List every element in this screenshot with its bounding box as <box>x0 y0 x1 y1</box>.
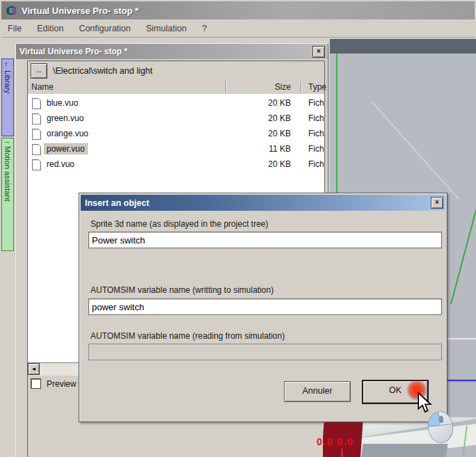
window-title: Virtual Universe Pro- stop * <box>22 6 138 16</box>
file-size: 20 KB <box>230 113 291 123</box>
write-variable-field[interactable] <box>88 298 442 315</box>
library-panel-title: Virtual Universe Pro- stop * <box>19 47 127 56</box>
file-type: Fichi <box>308 98 324 108</box>
write-variable-label: AUTOMSIM variable name (writting to simu… <box>90 285 273 295</box>
column-header-type[interactable]: Type <box>308 82 326 92</box>
file-name: red.vuo <box>45 159 77 169</box>
path-bar: .. \Electrical\switch and light <box>28 61 324 81</box>
dialog-titlebar[interactable]: Insert an object <box>81 195 445 211</box>
menu-help[interactable]: ? <box>202 24 207 33</box>
file-size: 20 KB <box>230 98 291 108</box>
dialog-title: Insert an object <box>81 198 149 208</box>
app-icon <box>6 5 17 17</box>
tab-motion-assistant[interactable]: ↑ Motion assistant <box>1 138 14 251</box>
scroll-left-arrow-icon[interactable]: ◄ <box>28 363 40 375</box>
file-size: 20 KB <box>230 159 291 169</box>
file-name: green.vuo <box>45 113 86 123</box>
file-icon <box>32 144 41 155</box>
file-icon <box>32 113 41 125</box>
file-type: Fichi <box>308 113 324 123</box>
file-name: power.vuo <box>45 144 87 154</box>
library-panel-close-icon[interactable]: × <box>312 46 325 58</box>
file-icon <box>32 129 41 140</box>
sprite-name-field[interactable] <box>88 232 442 248</box>
scene-red-axis-tick <box>341 449 343 457</box>
file-row-orange[interactable]: orange.vuo 20 KB Fichi <box>28 127 324 142</box>
column-header-size[interactable]: Size <box>230 82 291 92</box>
sprite-name-label: Sprite 3d name (as displayed in the proj… <box>90 219 268 229</box>
menu-bar: File Edition Configuration Simulation ? <box>1 19 475 38</box>
file-row-power-selected[interactable]: power.vuo 11 KB Fichi <box>28 142 324 157</box>
column-header-name[interactable]: Name <box>31 82 54 92</box>
file-type: Fichi <box>308 144 324 154</box>
mouse-cursor-icon <box>417 392 434 414</box>
current-path: \Electrical\switch and light <box>53 66 152 76</box>
tab-library[interactable]: ← Library <box>1 58 14 136</box>
tab-library-label: Library <box>3 70 12 94</box>
preview-checkbox[interactable] <box>31 378 41 389</box>
file-size: 20 KB <box>230 129 291 138</box>
window-titlebar: Virtual Universe Pro- stop * <box>1 1 475 19</box>
file-name: blue.vuo <box>45 98 80 108</box>
menu-configuration[interactable]: Configuration <box>79 24 130 33</box>
column-divider[interactable] <box>301 81 301 93</box>
file-type: Fichi <box>308 129 324 138</box>
list-header: Name Size Type <box>28 80 324 95</box>
library-panel-titlebar[interactable]: Virtual Universe Pro- stop * <box>16 44 328 59</box>
read-variable-field <box>88 344 442 360</box>
file-icon <box>32 98 41 109</box>
library-arrow-icon: ← <box>3 61 12 69</box>
app-window: Virtual Universe Pro- stop * File Editio… <box>0 0 476 457</box>
cancel-button[interactable]: Annuler <box>284 381 351 402</box>
dialog-close-icon[interactable]: × <box>431 197 443 209</box>
read-variable-label: AUTOMSIM variable name (reading from sim… <box>90 331 285 341</box>
insert-object-dialog: Insert an object × Sprite 3d name (as di… <box>79 193 447 422</box>
menu-simulation[interactable]: Simulation <box>146 24 187 33</box>
file-name: orange.vuo <box>45 129 90 138</box>
coordinate-readout: 0.0 0.0 <box>317 436 354 447</box>
mouse-wheel <box>438 416 443 424</box>
preview-option: Preview <box>31 378 77 389</box>
column-divider[interactable] <box>225 81 226 93</box>
tab-motion-assistant-label: Motion assistant <box>3 146 12 201</box>
motion-arrow-icon: ↑ <box>3 141 12 145</box>
file-type: Fichi <box>308 159 324 169</box>
up-directory-button[interactable]: .. <box>31 63 47 79</box>
preview-label: Preview <box>47 379 77 389</box>
scene-shadow-surface <box>360 444 447 457</box>
file-row-red[interactable]: red.vuo 20 KB Fichi <box>28 157 324 173</box>
file-size: 11 KB <box>230 144 291 154</box>
file-icon <box>32 159 41 170</box>
menu-edition[interactable]: Edition <box>37 24 63 33</box>
file-row-blue[interactable]: blue.vuo 20 KB Fichi <box>28 96 324 111</box>
file-row-green[interactable]: green.vuo 20 KB Fichi <box>28 111 324 127</box>
menu-file[interactable]: File <box>8 24 22 33</box>
